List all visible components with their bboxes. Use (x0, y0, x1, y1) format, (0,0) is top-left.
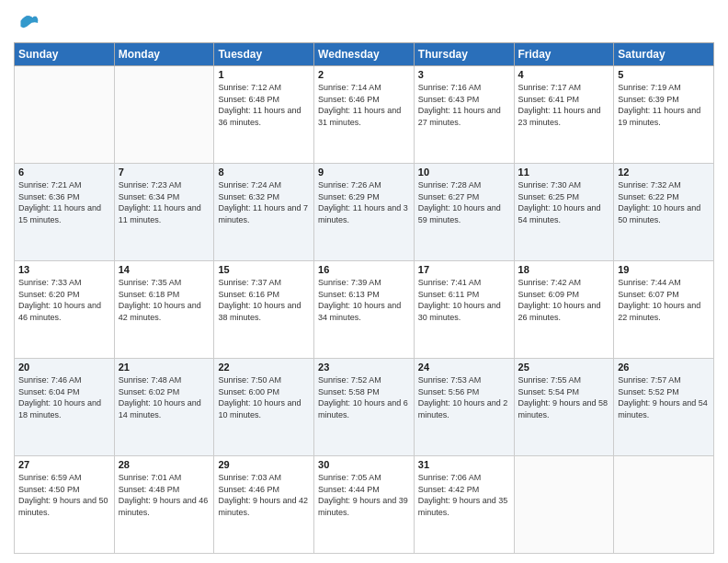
calendar-cell (514, 456, 614, 554)
calendar-cell: 12Sunrise: 7:32 AMSunset: 6:22 PMDayligh… (614, 164, 714, 261)
page: SundayMondayTuesdayWednesdayThursdayFrid… (0, 0, 728, 563)
cell-info: Sunrise: 7:42 AMSunset: 6:09 PMDaylight:… (518, 277, 610, 323)
cell-info: Sunrise: 7:30 AMSunset: 6:25 PMDaylight:… (518, 179, 610, 225)
day-number: 16 (318, 264, 410, 275)
calendar-cell: 7Sunrise: 7:23 AMSunset: 6:34 PMDaylight… (114, 164, 214, 261)
calendar-cell: 14Sunrise: 7:35 AMSunset: 6:18 PMDayligh… (114, 261, 214, 359)
cell-info: Sunrise: 7:50 AMSunset: 6:00 PMDaylight:… (218, 374, 310, 420)
calendar-cell: 4Sunrise: 7:17 AMSunset: 6:41 PMDaylight… (514, 66, 614, 164)
calendar-cell (614, 456, 714, 554)
calendar-cell: 2Sunrise: 7:14 AMSunset: 6:46 PMDaylight… (314, 66, 415, 164)
day-number: 10 (418, 167, 510, 178)
cell-info: Sunrise: 7:14 AMSunset: 6:46 PMDaylight:… (318, 82, 410, 128)
day-number: 1 (218, 69, 310, 80)
calendar-week-row: 27Sunrise: 6:59 AMSunset: 4:50 PMDayligh… (15, 456, 714, 554)
cell-info: Sunrise: 7:35 AMSunset: 6:18 PMDaylight:… (119, 277, 210, 323)
cell-info: Sunrise: 7:33 AMSunset: 6:20 PMDaylight:… (18, 277, 110, 323)
cell-info: Sunrise: 7:17 AMSunset: 6:41 PMDaylight:… (518, 82, 610, 128)
cell-info: Sunrise: 7:26 AMSunset: 6:29 PMDaylight:… (318, 179, 410, 225)
cell-info: Sunrise: 7:32 AMSunset: 6:22 PMDaylight:… (618, 179, 710, 225)
day-number: 13 (18, 264, 110, 275)
day-number: 30 (318, 459, 410, 470)
weekday-header: Sunday (15, 43, 115, 66)
day-number: 8 (218, 167, 310, 178)
logo (14, 9, 43, 35)
cell-info: Sunrise: 7:24 AMSunset: 6:32 PMDaylight:… (218, 179, 310, 225)
calendar-week-row: 20Sunrise: 7:46 AMSunset: 6:04 PMDayligh… (15, 359, 714, 456)
day-number: 2 (318, 69, 410, 80)
calendar-cell: 25Sunrise: 7:55 AMSunset: 5:54 PMDayligh… (514, 359, 614, 456)
calendar-cell (15, 66, 115, 164)
cell-info: Sunrise: 7:23 AMSunset: 6:34 PMDaylight:… (119, 179, 210, 225)
cell-info: Sunrise: 7:39 AMSunset: 6:13 PMDaylight:… (318, 277, 410, 323)
calendar-cell: 20Sunrise: 7:46 AMSunset: 6:04 PMDayligh… (15, 359, 115, 456)
day-number: 17 (418, 264, 510, 275)
calendar-cell: 29Sunrise: 7:03 AMSunset: 4:46 PMDayligh… (214, 456, 314, 554)
calendar-cell: 18Sunrise: 7:42 AMSunset: 6:09 PMDayligh… (514, 261, 614, 359)
calendar-cell: 10Sunrise: 7:28 AMSunset: 6:27 PMDayligh… (414, 164, 514, 261)
weekday-header: Monday (114, 43, 214, 66)
cell-info: Sunrise: 7:41 AMSunset: 6:11 PMDaylight:… (418, 277, 510, 323)
cell-info: Sunrise: 7:19 AMSunset: 6:39 PMDaylight:… (618, 82, 710, 128)
calendar-cell: 9Sunrise: 7:26 AMSunset: 6:29 PMDaylight… (314, 164, 415, 261)
weekday-header: Tuesday (214, 43, 314, 66)
cell-info: Sunrise: 7:52 AMSunset: 5:58 PMDaylight:… (318, 374, 410, 420)
day-number: 22 (218, 362, 310, 373)
calendar-cell: 26Sunrise: 7:57 AMSunset: 5:52 PMDayligh… (614, 359, 714, 456)
weekday-header: Friday (514, 43, 614, 66)
cell-info: Sunrise: 7:37 AMSunset: 6:16 PMDaylight:… (218, 277, 310, 323)
calendar-cell: 23Sunrise: 7:52 AMSunset: 5:58 PMDayligh… (314, 359, 415, 456)
cell-info: Sunrise: 7:55 AMSunset: 5:54 PMDaylight:… (518, 374, 610, 420)
day-number: 6 (18, 167, 110, 178)
cell-info: Sunrise: 7:01 AMSunset: 4:48 PMDaylight:… (119, 472, 210, 518)
cell-info: Sunrise: 7:53 AMSunset: 5:56 PMDaylight:… (418, 374, 510, 420)
header (14, 9, 714, 35)
calendar-cell: 27Sunrise: 6:59 AMSunset: 4:50 PMDayligh… (15, 456, 115, 554)
calendar-cell: 19Sunrise: 7:44 AMSunset: 6:07 PMDayligh… (614, 261, 714, 359)
calendar-cell: 15Sunrise: 7:37 AMSunset: 6:16 PMDayligh… (214, 261, 314, 359)
calendar-week-row: 13Sunrise: 7:33 AMSunset: 6:20 PMDayligh… (15, 261, 714, 359)
day-number: 19 (618, 264, 710, 275)
calendar-cell: 21Sunrise: 7:48 AMSunset: 6:02 PMDayligh… (114, 359, 214, 456)
calendar: SundayMondayTuesdayWednesdayThursdayFrid… (14, 42, 714, 554)
cell-info: Sunrise: 7:57 AMSunset: 5:52 PMDaylight:… (618, 374, 710, 420)
cell-info: Sunrise: 7:44 AMSunset: 6:07 PMDaylight:… (618, 277, 710, 323)
cell-info: Sunrise: 7:21 AMSunset: 6:36 PMDaylight:… (18, 179, 110, 225)
cell-info: Sunrise: 6:59 AMSunset: 4:50 PMDaylight:… (18, 472, 110, 518)
day-number: 15 (218, 264, 310, 275)
cell-info: Sunrise: 7:05 AMSunset: 4:44 PMDaylight:… (318, 472, 410, 518)
cell-info: Sunrise: 7:03 AMSunset: 4:46 PMDaylight:… (218, 472, 310, 518)
day-number: 18 (518, 264, 610, 275)
day-number: 9 (318, 167, 410, 178)
cell-info: Sunrise: 7:12 AMSunset: 6:48 PMDaylight:… (218, 82, 310, 128)
weekday-header: Thursday (414, 43, 514, 66)
day-number: 7 (119, 167, 210, 178)
cell-info: Sunrise: 7:16 AMSunset: 6:43 PMDaylight:… (418, 82, 510, 128)
calendar-cell: 17Sunrise: 7:41 AMSunset: 6:11 PMDayligh… (414, 261, 514, 359)
day-number: 4 (518, 69, 610, 80)
cell-info: Sunrise: 7:46 AMSunset: 6:04 PMDaylight:… (18, 374, 110, 420)
day-number: 5 (618, 69, 710, 80)
day-number: 28 (119, 459, 210, 470)
day-number: 24 (418, 362, 510, 373)
day-number: 31 (418, 459, 510, 470)
calendar-cell: 30Sunrise: 7:05 AMSunset: 4:44 PMDayligh… (314, 456, 415, 554)
day-number: 27 (18, 459, 110, 470)
calendar-cell: 24Sunrise: 7:53 AMSunset: 5:56 PMDayligh… (414, 359, 514, 456)
day-number: 29 (218, 459, 310, 470)
calendar-cell: 6Sunrise: 7:21 AMSunset: 6:36 PMDaylight… (15, 164, 115, 261)
day-number: 23 (318, 362, 410, 373)
calendar-week-row: 6Sunrise: 7:21 AMSunset: 6:36 PMDaylight… (15, 164, 714, 261)
calendar-cell: 3Sunrise: 7:16 AMSunset: 6:43 PMDaylight… (414, 66, 514, 164)
cell-info: Sunrise: 7:48 AMSunset: 6:02 PMDaylight:… (119, 374, 210, 420)
calendar-cell: 31Sunrise: 7:06 AMSunset: 4:42 PMDayligh… (414, 456, 514, 554)
calendar-week-row: 1Sunrise: 7:12 AMSunset: 6:48 PMDaylight… (15, 66, 714, 164)
day-number: 21 (119, 362, 210, 373)
calendar-cell: 16Sunrise: 7:39 AMSunset: 6:13 PMDayligh… (314, 261, 415, 359)
weekday-header: Saturday (614, 43, 714, 66)
calendar-cell (114, 66, 214, 164)
calendar-cell: 13Sunrise: 7:33 AMSunset: 6:20 PMDayligh… (15, 261, 115, 359)
day-number: 25 (518, 362, 610, 373)
weekday-header-row: SundayMondayTuesdayWednesdayThursdayFrid… (15, 43, 714, 66)
day-number: 3 (418, 69, 510, 80)
